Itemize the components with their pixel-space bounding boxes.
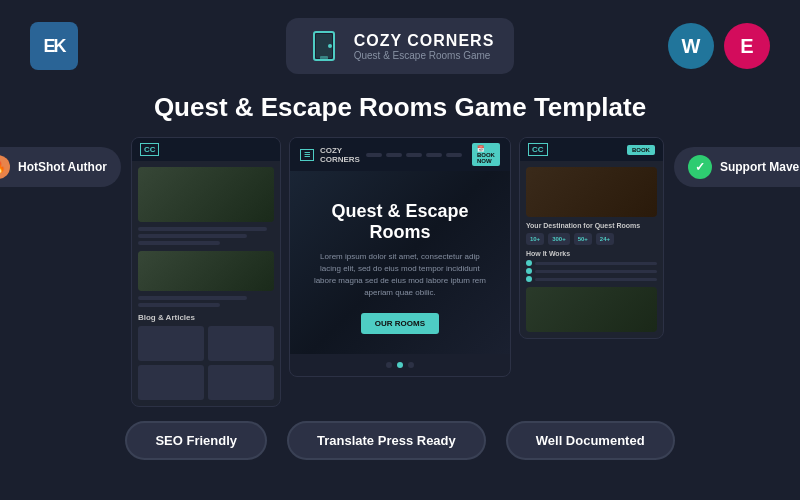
right-title: Your Destination for Quest Rooms <box>526 222 657 229</box>
content-area: 🔥 HotShot Author CC <box>0 137 800 407</box>
translate-label: Translate Press Ready <box>317 433 456 448</box>
ek-logo-text: EK <box>43 36 64 57</box>
screen-right-nav: CC BOOK <box>520 138 663 161</box>
screen-center-nav: ☰ COZY CORNERS 📅 BOOK NOW <box>290 138 510 171</box>
screens-container: CC Blog & Articles <box>131 137 664 407</box>
page-title: Quest & Escape Rooms Game Template <box>0 84 800 137</box>
support-icon: ✓ <box>688 155 712 179</box>
hero-dots <box>290 354 510 376</box>
right-stats: 10+ 300+ 50+ 24+ <box>526 233 657 245</box>
right-img-1 <box>526 167 657 217</box>
screen-right: CC BOOK Your Destination for Quest Rooms… <box>519 137 664 339</box>
hw-line-2 <box>526 268 657 274</box>
nav-book-btn[interactable]: 📅 BOOK NOW <box>472 143 500 166</box>
center-logo: COZY CORNERS Quest & Escape Rooms Game <box>286 18 515 74</box>
text-line-2 <box>138 234 247 238</box>
screen-text-lines <box>138 227 274 245</box>
text-line-1 <box>138 227 267 231</box>
stat-1: 10+ <box>526 233 544 245</box>
how-works-lines <box>526 260 657 282</box>
hero-btn[interactable]: OUR ROOMS <box>361 313 439 334</box>
screen-left-nav: CC <box>132 138 280 161</box>
door-icon <box>306 28 342 64</box>
documented-label: Well Documented <box>536 433 645 448</box>
section-title: Blog & Articles <box>138 313 274 322</box>
hotshot-label: HotShot Author <box>18 160 107 174</box>
ek-logo: EK <box>30 22 78 70</box>
header: EK COZY CORNERS Quest & Escape Rooms Gam… <box>0 0 800 84</box>
support-badge: ✓ Support Maverik <box>674 147 800 187</box>
screen-img-1 <box>138 167 274 222</box>
hotshot-icon: 🔥 <box>0 155 10 179</box>
center-hero: Quest & Escape Rooms Lorem ipsum dolor s… <box>290 171 510 354</box>
svg-point-2 <box>328 44 332 48</box>
screen-img-2 <box>138 251 274 291</box>
right-nav-btn[interactable]: BOOK <box>627 145 655 155</box>
svg-rect-3 <box>320 56 328 60</box>
translate-badge: Translate Press Ready <box>287 421 486 460</box>
screen-right-nav-logo: CC <box>528 143 548 156</box>
how-works-title: How It Works <box>526 250 657 257</box>
hero-desc: Lorem ipsum dolor sit amet, consectetur … <box>310 251 490 299</box>
screen-grid <box>138 326 274 400</box>
text-line-5 <box>138 303 220 307</box>
grid-item-1 <box>138 326 204 361</box>
dot-2 <box>397 362 403 368</box>
grid-item-4 <box>208 365 274 400</box>
stat-2: 300+ <box>548 233 570 245</box>
elementor-logo: E <box>724 23 770 69</box>
grid-item-3 <box>138 365 204 400</box>
documented-badge: Well Documented <box>506 421 675 460</box>
right-img-2 <box>526 287 657 332</box>
platform-logos: W E <box>668 23 770 69</box>
support-label: Support Maverik <box>720 160 800 174</box>
dot-1 <box>386 362 392 368</box>
bottom-badges: SEO Friendly Translate Press Ready Well … <box>0 407 800 460</box>
seo-badge: SEO Friendly <box>125 421 267 460</box>
screen-center: ☰ COZY CORNERS 📅 BOOK NOW Quest & Escape… <box>289 137 511 377</box>
dot-3 <box>408 362 414 368</box>
hw-line-3 <box>526 276 657 282</box>
stat-4: 24+ <box>596 233 614 245</box>
center-nav-brand: COZY CORNERS <box>320 146 360 164</box>
hero-title: Quest & Escape Rooms <box>310 201 490 243</box>
screen-left: CC Blog & Articles <box>131 137 281 407</box>
center-logo-text: COZY CORNERS Quest & Escape Rooms Game <box>354 32 495 61</box>
screen-text-lines-2 <box>138 296 274 307</box>
grid-item-2 <box>208 326 274 361</box>
text-line-4 <box>138 296 247 300</box>
screen-left-content: Blog & Articles <box>132 161 280 406</box>
hw-line-1 <box>526 260 657 266</box>
text-line-3 <box>138 241 220 245</box>
center-nav-logo: ☰ <box>300 149 314 161</box>
screen-right-content: Your Destination for Quest Rooms 10+ 300… <box>520 161 663 338</box>
seo-label: SEO Friendly <box>155 433 237 448</box>
screen-nav-logo: CC <box>140 143 160 156</box>
hotshot-badge: 🔥 HotShot Author <box>0 147 121 187</box>
stat-3: 50+ <box>574 233 592 245</box>
nav-links <box>366 153 462 157</box>
wordpress-logo: W <box>668 23 714 69</box>
